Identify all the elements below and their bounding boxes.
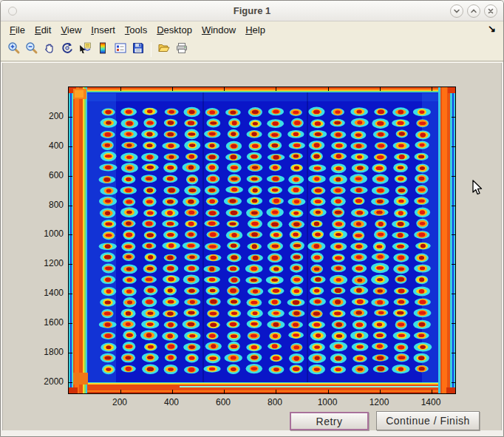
plate-image[interactable] bbox=[68, 87, 456, 394]
colorbar-icon bbox=[96, 41, 109, 58]
save-icon bbox=[132, 41, 145, 58]
pan-hand-icon bbox=[43, 41, 56, 58]
toolbar-rotate3d-button[interactable] bbox=[58, 41, 76, 58]
y-tick-label: 1400 bbox=[35, 288, 64, 298]
shade-button[interactable] bbox=[450, 4, 463, 18]
x-tick-label: 600 bbox=[207, 397, 239, 407]
x-tick-label: 800 bbox=[259, 397, 291, 407]
y-tick-label: 2000 bbox=[35, 376, 64, 387]
window-controls bbox=[450, 4, 497, 18]
y-tick-label: 400 bbox=[35, 140, 64, 151]
figure-canvas-area: 200 400 600 800 1000 1200 1400 1600 1800… bbox=[2, 63, 502, 430]
toolbar-separator bbox=[151, 42, 151, 57]
menu-desktop[interactable]: Desktop bbox=[157, 24, 192, 35]
y-tick-label: 1800 bbox=[35, 347, 64, 357]
toolbar-print-button[interactable] bbox=[173, 41, 191, 58]
toolbar-save-button[interactable] bbox=[129, 41, 147, 58]
toolbar-zoom-in-button[interactable] bbox=[5, 41, 23, 58]
y-tick-label: 600 bbox=[35, 170, 64, 180]
toolbar-zoom-out-button[interactable] bbox=[23, 41, 41, 58]
menu-insert[interactable]: Insert bbox=[91, 24, 115, 35]
y-tick-label: 1600 bbox=[35, 317, 64, 328]
retry-button[interactable]: Retry bbox=[290, 412, 369, 430]
zoom-out-icon bbox=[25, 41, 38, 58]
menubar: File Edit View Insert Tools Desktop Wind… bbox=[1, 21, 503, 38]
close-button[interactable] bbox=[484, 4, 497, 18]
y-tick-label: 1200 bbox=[35, 258, 64, 268]
x-tick-label: 1000 bbox=[311, 397, 344, 407]
open-folder-icon bbox=[157, 41, 171, 58]
y-tick-label: 1000 bbox=[35, 228, 64, 239]
y-tick-label: 800 bbox=[35, 200, 64, 210]
menu-file[interactable]: File bbox=[10, 24, 25, 35]
y-tick-label: 200 bbox=[35, 111, 64, 121]
toolbar-datacursor-button[interactable] bbox=[76, 41, 94, 58]
close-icon bbox=[487, 7, 494, 15]
menu-tools[interactable]: Tools bbox=[125, 24, 147, 35]
print-icon bbox=[175, 41, 188, 58]
unshade-button[interactable] bbox=[467, 4, 480, 18]
dock-figure-icon[interactable]: ↘ bbox=[488, 23, 496, 34]
menu-edit[interactable]: Edit bbox=[35, 24, 51, 35]
x-tick-label: 1200 bbox=[363, 397, 395, 407]
toolbar-colorbar-button[interactable] bbox=[94, 41, 112, 58]
window-title: Figure 1 bbox=[234, 5, 271, 16]
rotate-3d-icon bbox=[61, 41, 74, 58]
data-cursor-icon bbox=[78, 41, 92, 58]
toolbar-legend-button[interactable] bbox=[112, 41, 129, 58]
figure-toolbar bbox=[1, 38, 503, 61]
menu-window[interactable]: Window bbox=[202, 24, 236, 35]
figure-window: Figure 1 File Edit View Insert bbox=[0, 0, 504, 437]
menu-help[interactable]: Help bbox=[245, 24, 265, 35]
x-tick-label: 1400 bbox=[415, 397, 447, 407]
titlebar[interactable]: Figure 1 bbox=[1, 1, 503, 21]
menu-view[interactable]: View bbox=[61, 24, 81, 35]
insert-legend-icon bbox=[114, 41, 127, 58]
continue-finish-button[interactable]: Continue / Finish bbox=[376, 411, 480, 430]
chevron-up-icon bbox=[470, 7, 477, 15]
chevron-down-icon bbox=[453, 7, 460, 15]
mouse-cursor-icon bbox=[472, 180, 484, 199]
x-tick-label: 200 bbox=[103, 397, 136, 407]
toolbar-pan-button[interactable] bbox=[41, 41, 58, 58]
zoom-in-icon bbox=[7, 41, 21, 58]
toolbar-open-button[interactable] bbox=[155, 41, 173, 58]
window-menu-icon[interactable] bbox=[8, 7, 17, 16]
x-tick-label: 400 bbox=[155, 397, 188, 407]
